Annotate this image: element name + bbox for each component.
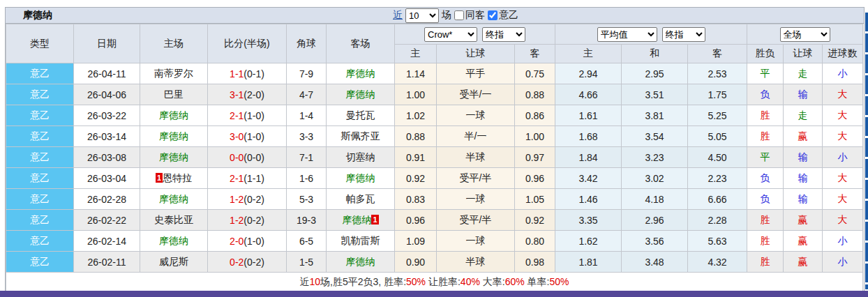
league-cell: 意乙 [6,105,74,126]
score-cell: 2-1(1-0) [208,105,287,126]
euro-away-odds: 6.66 [688,189,747,210]
halftime-score: (1-0) [244,236,264,247]
panel-titlebar: 摩德纳 近 10 场 同客 意乙 [6,8,864,24]
euro-home-odds: 3.42 [555,168,622,189]
asian-away-odds: 0.97 [515,147,555,168]
league-cell: 意乙 [6,210,74,231]
euro-away-odds: 2.23 [688,168,747,189]
away-team-name: 摩德纳 [346,89,375,100]
euro-home-odds: 1.62 [555,231,622,252]
match-row: 意乙26-04-11南蒂罗尔1-1(0-1)7-9摩德纳1.14平手0.752.… [6,63,863,84]
away-team-name: 帕多瓦 [346,193,375,204]
euro-odds-time-select[interactable]: 终指 [662,27,705,42]
asian-away-odds: 1.05 [515,189,555,210]
asian-odds-time-select[interactable]: 终指 [482,27,525,42]
fulltime-score: 0-0 [230,152,244,163]
halftime-score: (1-1) [244,173,264,184]
away-team-name: 曼托瓦 [346,109,375,121]
home-team-cell: 1恩特拉 [140,168,208,189]
home-team-cell: 摩德纳 [140,147,208,168]
away-team-cell: 摩德纳 [327,84,395,105]
fulltime-score: 2-0 [230,236,244,247]
score-cell: 1-2(0-2) [208,189,287,210]
result-goals-cell: 大 [823,126,863,147]
euro-home-odds: 3.35 [555,210,622,231]
asian-away-odds: 0.98 [515,252,555,273]
euro-odds-source-select[interactable]: 平均值 [597,27,657,42]
corner-cell: 7-9 [287,63,327,84]
subcol-euro-draw: 和 [622,45,688,63]
result-handicap-cell: 输 [784,189,823,210]
result-handicap-cell: 赢 [784,210,823,231]
subcol-euro-away: 客 [688,45,747,63]
fulltime-score: 2-1 [230,110,244,121]
asian-away-odds: 0.86 [515,105,555,126]
home-team-name: 摩德纳 [159,130,188,142]
euro-draw-odds: 3.51 [622,84,688,105]
asian-odds-source-select[interactable]: Crow* [424,27,477,42]
euro-home-odds: 2.94 [555,63,622,84]
home-team-name: 摩德纳 [159,235,188,246]
result-wdl-cell: 平 [747,63,784,84]
summary-line: 近10场,胜5平2负3, 胜率:50% 让胜率:40% 大率:60% 单率:50… [6,273,863,292]
asian-handicap: 一球 [437,231,515,252]
asian-home-odds: 0.83 [395,189,437,210]
date-cell: 26-03-14 [74,126,140,147]
summary-segment: 40% [461,276,480,287]
away-team-name: 凯勒雷斯 [341,235,380,246]
asian-away-odds: 1.00 [515,126,555,147]
bottom-bar [0,291,868,297]
result-goals-cell: 小 [823,231,863,252]
result-scope-select[interactable]: 全场 [780,27,830,42]
match-row: 意乙26-03-041恩特拉2-1(1-1)1-6摩德纳0.92受平/半0.96… [6,168,863,189]
euro-away-odds: 4.50 [688,147,747,168]
asian-away-odds: 0.96 [515,168,555,189]
away-team-name: 斯佩齐亚 [341,130,380,142]
match-count-select[interactable]: 10 [405,8,439,23]
corner-cell: 3-3 [287,126,327,147]
recent-link[interactable]: 近 [393,9,403,22]
league-filter-checkbox[interactable] [488,10,497,20]
asian-handicap: 受半/一 [437,84,515,105]
away-team-name: 摩德纳 [342,214,371,225]
away-team-cell: 摩德纳 [327,168,395,189]
result-handicap-cell: 赢 [784,126,823,147]
result-wdl-cell: 胜 [747,126,784,147]
league-filter-toggle[interactable]: 意乙 [488,9,518,22]
same-venue-toggle[interactable]: 同客 [454,9,485,22]
asian-away-odds: 0.92 [515,210,555,231]
euro-home-odds: 1.81 [555,252,622,273]
team-stats-panel: 摩德纳 近 10 场 同客 意乙 [5,7,865,293]
subcol-asian-away: 客 [515,45,555,63]
same-venue-checkbox[interactable] [454,10,464,20]
home-team-cell: 南蒂罗尔 [140,63,208,84]
date-cell: 26-02-14 [74,231,140,252]
summary-segment: 近 [300,276,310,287]
result-wdl-cell: 胜 [747,252,784,273]
date-cell: 26-04-06 [74,84,140,105]
result-handicap-cell: 输 [784,147,823,168]
result-wdl-cell: 负 [747,84,784,105]
score-cell: 2-1(1-1) [208,168,287,189]
result-handicap-cell: 走 [784,105,823,126]
asian-home-odds: 0.90 [395,252,437,273]
same-venue-label: 同客 [465,9,485,22]
result-handicap-cell: 赢 [784,231,823,252]
date-cell: 26-03-04 [74,168,140,189]
asian-handicap: 一球 [437,189,515,210]
table-header: 类型 日期 主场 比分(半场) 角球 客场 Crow* 终指 [6,24,863,63]
home-team-name: 南蒂罗尔 [154,68,193,79]
result-goals-cell: 大 [823,168,863,189]
subcol-asian-handicap: 让球 [437,45,515,63]
summary-segment: 50% [406,276,426,287]
score-cell: 3-1(2-0) [208,84,287,105]
away-team-cell: 帕多瓦 [327,189,395,210]
filter-toolbar: 近 10 场 同客 意乙 [393,8,518,23]
home-team-name: 摩德纳 [159,193,188,204]
rank-badge: 1 [156,173,163,183]
score-cell: 2-0(1-0) [208,231,287,252]
result-handicap-cell: 输 [784,168,823,189]
asian-home-odds: 1.14 [395,63,437,84]
summary-segment: 场,胜5平2负3, 胜率: [320,276,406,287]
summary-segment: 单率: [525,276,550,287]
